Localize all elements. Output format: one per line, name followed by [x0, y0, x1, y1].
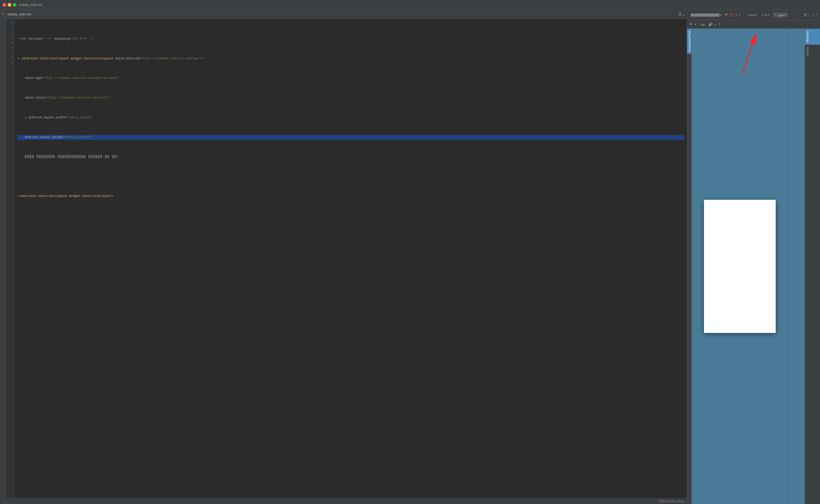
code-line-2: ● <androidx.constraintlayout.widget.Cons… [17, 56, 684, 61]
line-numbers: 1 2 3 4 5 6 7 8 9 [6, 19, 15, 498]
theme-label: Light [778, 14, 784, 17]
attributes-panel: Attributes Palette [805, 29, 820, 504]
design-toolbar: ██████████████ ▾ 👁 🚫 ☽ ☀ □ Pixel ▾ ⚙ 34 [687, 10, 820, 20]
component-tree-sidebar: Component Tree [687, 29, 692, 504]
code-line-6[interactable]: android:layout_height="match_parent" [17, 135, 684, 140]
line-num-5: 5 [7, 41, 13, 46]
code-line-8 [17, 174, 684, 179]
editor-area: activity_main.xml ☰ ⌄ 1 2 3 4 5 6 7 8 9 [6, 10, 687, 504]
design-canvas-row: Component Tree [687, 29, 820, 504]
sidebar-label: al [0, 11, 5, 16]
line-num-3: 3 [7, 31, 13, 36]
pixel-chevron[interactable]: ▾ [755, 13, 757, 17]
code-content[interactable]: <?xml version="1.0" encoding="utf-8"?> ✓… [15, 19, 687, 498]
eye-icon[interactable]: 👁 [725, 13, 728, 17]
moon-icon[interactable]: ☽ [735, 13, 737, 17]
maximize-button[interactable] [13, 3, 16, 7]
line-num-6: 6 [7, 46, 13, 50]
window-controls [3, 3, 16, 7]
title-bar: activity_main.xml [0, 0, 820, 10]
minimize-button[interactable] [8, 3, 11, 7]
dp-value: 0dp [700, 23, 705, 26]
component-tree-label: Component Tree [688, 31, 691, 52]
code-line-5: ⚠ android:layout_width="match_parent" [17, 115, 684, 120]
line-num-4: 4 [7, 36, 13, 41]
component-tree-tab[interactable]: Component Tree [687, 29, 691, 54]
sub-text-icon[interactable]: T [719, 23, 721, 26]
device-preview-frame [704, 200, 776, 333]
line-num-9: 9 [7, 60, 13, 65]
attributes-label: Attributes [806, 31, 809, 43]
toolbar-sep-1 [743, 13, 743, 18]
sub-link-icon[interactable]: 🔗 [708, 23, 712, 27]
sub-pen-icon[interactable]: ✏ [714, 23, 717, 27]
code-editor[interactable]: 1 2 3 4 5 6 7 8 9 <?xml version="1.0" en… [6, 19, 687, 498]
canvas-area[interactable] [692, 29, 788, 504]
code-line-7: ████ ████████ ████████████ ██████ ██ ██> [17, 154, 684, 159]
main-container: al — activity_main.xml ☰ ⌄ 1 2 3 4 5 6 7… [0, 10, 820, 504]
svg-line-1 [742, 34, 756, 75]
code-line-3: xmlns:app="http://schemas.android.com/ap… [17, 76, 684, 81]
theme-dropdown[interactable]: ☀ Light ▾ [773, 13, 788, 17]
api-label: 34 [764, 14, 768, 17]
line-num-7: 7 [7, 50, 13, 55]
dp-label[interactable]: 0dp [699, 22, 706, 27]
help-icon-2[interactable]: ? [816, 13, 818, 17]
status-text: CSON @coder_sheng [659, 500, 684, 503]
pixel-dropdown[interactable]: □ Pixel ▾ [745, 13, 759, 17]
sun-icon[interactable]: ☀ [739, 13, 741, 17]
chevron-icon[interactable]: ⌄ [683, 12, 685, 16]
right-teal-area [788, 29, 805, 504]
api-chevron[interactable]: ▾ [768, 13, 770, 17]
theme-chevron[interactable]: ▾ [785, 13, 786, 17]
close-button[interactable] [3, 3, 6, 7]
design-chevron-icon[interactable]: ⌄ [808, 13, 811, 17]
line-num-1: 1 [7, 21, 13, 26]
left-sidebar: al — [0, 10, 6, 504]
file-tab[interactable]: activity_main.xml [19, 3, 42, 7]
line-num-8: 8 [7, 55, 13, 60]
line-num-2: 2 [7, 26, 13, 31]
annotation-arrow [716, 29, 768, 80]
file-name-label: activity_main.xml [8, 13, 31, 16]
attributes-tab[interactable]: Attributes [805, 29, 820, 45]
design-menu-icon[interactable]: ☰ [804, 13, 807, 17]
code-line-1: <?xml version="1.0" encoding="utf-8"?> ✓ [17, 36, 684, 41]
api-dropdown[interactable]: ⚙ 34 ▾ [760, 13, 771, 17]
sub-magic-icon[interactable]: ✦ [695, 23, 697, 27]
code-line-9: </androidx.constraintlayout.widget.Const… [17, 194, 684, 199]
palette-label: Palette [806, 47, 809, 55]
sub-eye-icon[interactable]: 👁 [689, 23, 692, 26]
right-panel: ██████████████ ▾ 👁 🚫 ☽ ☀ □ Pixel ▾ ⚙ 34 [687, 10, 820, 504]
menu-icon[interactable]: ☰ [678, 12, 682, 16]
editor-toolbar: activity_main.xml ☰ ⌄ [6, 10, 687, 19]
device-selector[interactable]: ██████████████ ▾ [689, 13, 723, 17]
status-bar: CSON @coder_sheng [6, 498, 687, 504]
palette-tab[interactable]: Palette [805, 45, 820, 57]
eye-slash-icon[interactable]: 🚫 [730, 13, 734, 17]
design-sub-toolbar: 👁 ✦ 0dp 🔗 ✏ T [687, 20, 820, 29]
error-marker: — [1, 498, 4, 503]
device-label: Pixel [749, 14, 755, 17]
help-icon[interactable]: ? [812, 13, 814, 17]
code-line-4: xmlns:tools="http://schemas.android.com/… [17, 96, 684, 100]
